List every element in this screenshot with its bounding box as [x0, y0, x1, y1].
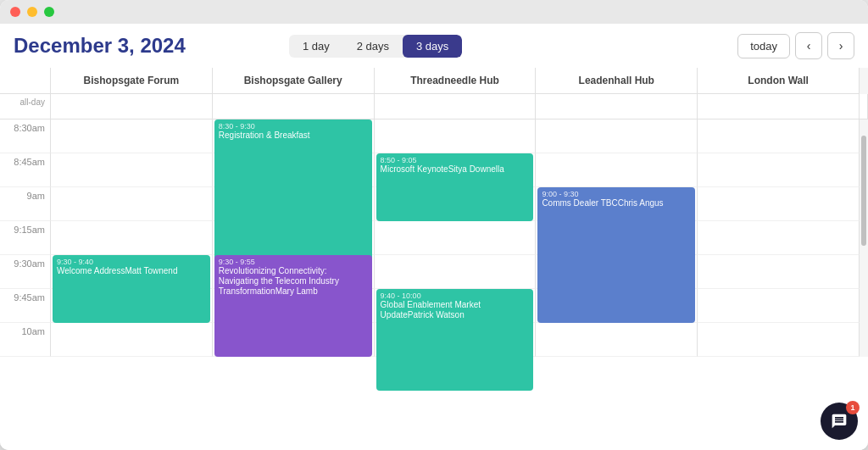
all-day-label: all-day: [0, 94, 51, 119]
event-welcome-title: Welcome AddressMatt Townend: [57, 266, 206, 276]
cell-r7-scroll: [860, 323, 868, 357]
event-global[interactable]: 9:40 - 10:00 Global Enablement Market Up…: [376, 289, 534, 391]
all-day-cell-4: [536, 94, 698, 119]
view-toggle: 1 day 2 days 3 days: [289, 35, 462, 58]
event-welcome[interactable]: 9:30 - 9:40 Welcome AddressMatt Townend: [53, 255, 210, 323]
event-title: Registration & Breakfast: [219, 131, 368, 141]
next-button[interactable]: ›: [827, 32, 854, 59]
cell-r5-c3: [375, 255, 537, 289]
top-bar: December 3, 2024 1 day 2 days 3 days tod…: [0, 24, 868, 68]
cell-r3-c5: [698, 187, 860, 221]
cell-r6-c5: [698, 289, 860, 323]
cell-r4-c1: [51, 221, 213, 255]
cell-r3-c1: [51, 187, 213, 221]
cell-r1-c3: [375, 119, 537, 153]
scrollbar-thumb[interactable]: [861, 136, 866, 246]
cell-r6-scroll: [860, 289, 868, 323]
event-rev-time: 9:30 - 9:55: [219, 258, 368, 266]
cell-r6-c3: 9:40 - 10:00 Global Enablement Market Up…: [375, 289, 537, 323]
time-915: 9:15am: [0, 221, 51, 255]
cell-r5-c5: [698, 255, 860, 289]
page-title: December 3, 2024: [14, 34, 289, 58]
event-rev-title: Revolutionizing Connectivity: Navigating…: [219, 266, 368, 297]
event-comms-title: Comms Dealer TBCChris Angus: [542, 198, 691, 208]
event-ms-keynote[interactable]: 8:50 - 9:05 Microsoft KeynoteSitya Downe…: [376, 153, 534, 221]
calendar-grid: Bishopsgate Forum Bishopsgate Gallery Th…: [0, 68, 868, 357]
maximize-dot[interactable]: [44, 7, 54, 17]
event-global-title: Global Enablement Market UpdatePatrick W…: [381, 300, 530, 320]
cell-r1-c5: [698, 119, 860, 153]
cell-r5-c1: 9:30 - 9:40 Welcome AddressMatt Townend: [51, 255, 213, 289]
cell-r2-c1: [51, 153, 213, 187]
calendar-container[interactable]: Bishopsgate Forum Bishopsgate Gallery Th…: [0, 68, 868, 450]
event-revolutionizing[interactable]: 9:30 - 9:55 Revolutionizing Connectivity…: [214, 255, 372, 357]
view-3days-button[interactable]: 3 days: [403, 35, 462, 58]
view-2days-button[interactable]: 2 days: [343, 35, 403, 58]
header-london-wall: London Wall: [698, 68, 860, 94]
cell-r7-c4: [536, 323, 698, 357]
header-time: [0, 68, 51, 94]
app-window: December 3, 2024 1 day 2 days 3 days tod…: [0, 0, 868, 450]
cell-r7-c1: [51, 323, 213, 357]
event-welcome-time: 9:30 - 9:40: [57, 258, 206, 266]
titlebar: [0, 0, 868, 24]
cell-r5-scroll: [860, 255, 868, 289]
event-global-time: 9:40 - 10:00: [381, 292, 530, 300]
event-comms-dealer[interactable]: 9:00 - 9:30 Comms Dealer TBCChris Angus: [537, 187, 695, 323]
all-day-cell-1: [51, 94, 213, 119]
today-button[interactable]: today: [737, 34, 790, 58]
all-day-scroll: [860, 94, 868, 119]
cell-r2-c5: [698, 153, 860, 187]
cell-r1-c1: [51, 119, 213, 153]
header-bishopsgate-gallery: Bishopsgate Gallery: [213, 68, 375, 94]
prev-button[interactable]: ‹: [795, 32, 822, 59]
event-ms-time: 8:50 - 9:05: [381, 156, 530, 164]
time-830: 8:30am: [0, 119, 51, 153]
cell-r4-c3: [375, 221, 537, 255]
all-day-cell-5: [698, 94, 860, 119]
time-945: 9:45am: [0, 289, 51, 323]
chat-bubble[interactable]: 1: [821, 403, 858, 440]
minimize-dot[interactable]: [27, 7, 37, 17]
event-time: 8:30 - 9:30: [219, 122, 368, 131]
time-10am: 10am: [0, 323, 51, 357]
app-body: December 3, 2024 1 day 2 days 3 days tod…: [0, 24, 868, 450]
header-scroll: [860, 68, 868, 94]
cell-r2-c4: [536, 153, 698, 187]
cell-r7-c5: [698, 323, 860, 357]
cell-r3-c4: 9:00 - 9:30 Comms Dealer TBCChris Angus: [536, 187, 698, 221]
cell-r2-c3: 8:50 - 9:05 Microsoft KeynoteSitya Downe…: [375, 153, 537, 187]
header-bishopsgate-forum: Bishopsgate Forum: [51, 68, 213, 94]
nav-controls: today ‹ ›: [737, 32, 854, 59]
time-845: 8:45am: [0, 153, 51, 187]
all-day-cell-3: [375, 94, 537, 119]
chat-badge: 1: [846, 401, 860, 414]
event-comms-time: 9:00 - 9:30: [542, 190, 691, 198]
time-930: 9:30am: [0, 255, 51, 289]
cell-r4-c5: [698, 221, 860, 255]
cell-r1-c2: 8:30 - 9:30 Registration & Breakfast: [213, 119, 375, 153]
event-ms-title: Microsoft KeynoteSitya Downella: [381, 164, 530, 175]
header-leadenhall-hub: Leadenhall Hub: [536, 68, 698, 94]
time-9am: 9am: [0, 187, 51, 221]
header-threadneedle-hub: Threadneedle Hub: [375, 68, 537, 94]
cell-r1-c4: [536, 119, 698, 153]
view-1day-button[interactable]: 1 day: [289, 35, 343, 58]
close-dot[interactable]: [10, 7, 20, 17]
all-day-cell-2: [213, 94, 375, 119]
cell-r5-c2: 9:30 - 9:55 Revolutionizing Connectivity…: [213, 255, 375, 289]
chat-icon: [831, 413, 848, 430]
